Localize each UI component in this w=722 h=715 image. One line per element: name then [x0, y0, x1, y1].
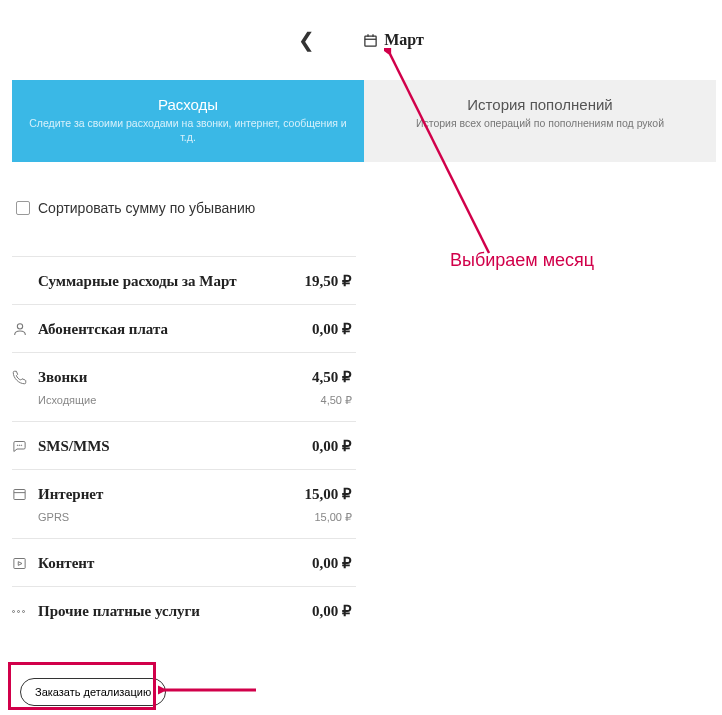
tab-expenses[interactable]: Расходы Следите за своими расходами на з…	[12, 80, 364, 162]
month-label: Март	[384, 31, 424, 49]
svg-rect-0	[365, 36, 376, 46]
svg-line-19	[390, 54, 489, 253]
other-label: Прочие платные услуги	[38, 603, 312, 620]
annotation-text: Выбираем месяц	[450, 250, 594, 271]
month-picker: ❮ Март	[0, 28, 722, 52]
calls-sub-label: Исходящие	[38, 394, 321, 407]
tabs: Расходы Следите за своими расходами на з…	[12, 80, 716, 162]
sms-label: SMS/MMS	[38, 438, 312, 455]
row-subscription[interactable]: Абонентская плата 0,00 ₽	[12, 304, 356, 352]
sort-checkbox[interactable]: Сортировать сумму по убыванию	[16, 200, 255, 216]
summary-label: Суммарные расходы за Март	[38, 273, 305, 290]
tab-expenses-title: Расходы	[22, 96, 354, 113]
subscription-label: Абонентская плата	[38, 321, 312, 338]
calendar-icon	[363, 33, 378, 48]
message-icon	[12, 439, 38, 454]
internet-label: Интернет	[38, 486, 305, 503]
expense-list: Суммарные расходы за Март 19,50 ₽ Абонен…	[12, 256, 356, 634]
annotation-arrow-left-icon	[158, 680, 258, 700]
month-prev-button[interactable]: ❮	[298, 28, 315, 52]
sort-label: Сортировать сумму по убыванию	[38, 200, 255, 216]
subscription-value: 0,00 ₽	[312, 320, 352, 338]
internet-sub-label: GPRS	[38, 511, 314, 524]
annotation-highlight-box	[8, 662, 156, 710]
calls-sub-value: 4,50 ₽	[321, 394, 352, 407]
row-internet[interactable]: Интернет 15,00 ₽	[12, 469, 356, 517]
row-summary: Суммарные расходы за Март 19,50 ₽	[12, 256, 356, 304]
svg-point-9	[19, 444, 20, 445]
row-content[interactable]: Контент 0,00 ₽	[12, 538, 356, 586]
dots-icon	[12, 610, 38, 613]
checkbox-box	[16, 201, 30, 215]
subrow-calls: Исходящие 4,50 ₽	[12, 394, 356, 421]
other-value: 0,00 ₽	[312, 602, 352, 620]
internet-value: 15,00 ₽	[305, 485, 353, 503]
play-icon	[12, 556, 38, 571]
annotation-arrow-diagonal-icon	[384, 48, 544, 268]
month-select[interactable]: Март	[363, 31, 424, 49]
content-value: 0,00 ₽	[312, 554, 352, 572]
user-icon	[12, 321, 38, 337]
calls-label: Звонки	[38, 369, 312, 386]
sms-value: 0,00 ₽	[312, 437, 352, 455]
svg-rect-14	[14, 558, 25, 568]
calls-value: 4,50 ₽	[312, 368, 352, 386]
row-other[interactable]: Прочие платные услуги 0,00 ₽	[12, 586, 356, 634]
svg-point-8	[17, 444, 18, 445]
tab-expenses-subtitle: Следите за своими расходами на звонки, и…	[22, 117, 354, 144]
svg-rect-11	[14, 489, 25, 499]
svg-point-10	[21, 444, 22, 445]
row-calls[interactable]: Звонки 4,50 ₽	[12, 352, 356, 400]
internet-sub-value: 15,00 ₽	[314, 511, 352, 524]
row-sms[interactable]: SMS/MMS 0,00 ₽	[12, 421, 356, 469]
phone-icon	[12, 370, 38, 385]
content-label: Контент	[38, 555, 312, 572]
browser-icon	[12, 487, 38, 502]
subrow-internet: GPRS 15,00 ₽	[12, 511, 356, 538]
svg-point-7	[17, 324, 22, 329]
svg-marker-15	[18, 561, 22, 565]
summary-value: 19,50 ₽	[305, 272, 353, 290]
